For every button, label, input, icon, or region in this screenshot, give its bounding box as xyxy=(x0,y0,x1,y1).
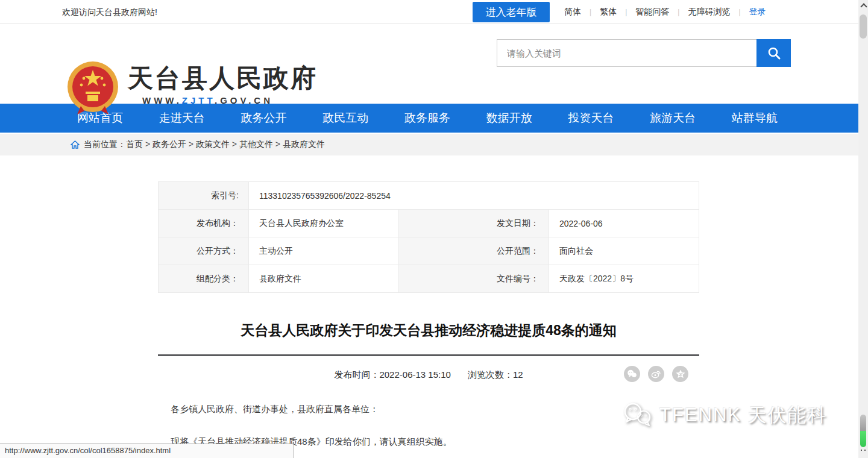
publish-time: 2022-06-13 15:10 xyxy=(379,369,450,380)
browser-viewport: 欢迎访问天台县政府网站! 进入老年版 简体| 繁体| 智能问答| 无障碍浏览| … xyxy=(0,0,868,458)
breadcrumb-item-disclosure[interactable]: 政务公开 xyxy=(153,139,196,150)
national-emblem-icon xyxy=(66,60,119,116)
meta-label-document-number: 文件编号： xyxy=(399,265,549,293)
wechat-share-icon[interactable] xyxy=(624,366,640,382)
table-row: 组配分类： 县政府文件 文件编号： 天政发〔2022〕8号 xyxy=(159,265,699,293)
url-prefix: WWW. xyxy=(142,95,182,105)
link-accessibility[interactable]: 无障碍浏览 xyxy=(679,7,738,17)
site-url: WWW.ZJTT.GOV.CN xyxy=(128,95,318,105)
nav-item-site-directory[interactable]: 站群导航 xyxy=(732,110,778,126)
breadcrumb-item-county-docs[interactable]: 县政府文件 xyxy=(283,139,325,150)
meta-value-disclosure-scope: 面向社会 xyxy=(549,237,699,265)
meta-value-issue-date: 2022-06-06 xyxy=(549,210,699,237)
publish-time-label: 发布时间： xyxy=(334,369,379,380)
table-row: 公开方式： 主动公开 公开范围： 面向社会 xyxy=(159,237,699,265)
article-paragraph: 各乡镇人民政府、街道办事处，县政府直属各单位： xyxy=(158,402,699,416)
title-divider xyxy=(158,354,699,356)
site-search xyxy=(497,39,791,67)
table-row: 索引号: 113310235765392606/2022-85254 xyxy=(159,182,699,210)
nav-item-open-data[interactable]: 数据开放 xyxy=(486,110,532,126)
scrollbar-widget-bottom xyxy=(860,431,866,447)
site-logo[interactable]: 天台县人民政府 WWW.ZJTT.GOV.CN xyxy=(66,60,318,116)
qzone-share-icon[interactable] xyxy=(672,366,688,382)
meta-label-disclosure-scope: 公开范围： xyxy=(399,237,549,265)
link-simplified-chinese[interactable]: 简体 xyxy=(556,7,590,17)
meta-label-index-number: 索引号: xyxy=(159,182,249,210)
site-header: 天台县人民政府 WWW.ZJTT.GOV.CN xyxy=(0,24,858,104)
meta-label-issue-date: 发文日期： xyxy=(399,210,549,237)
meta-value-category: 县政府文件 xyxy=(249,265,399,293)
scrollbar-thumb[interactable] xyxy=(860,14,867,39)
publish-info-row: 发布时间：2022-06-13 15:10浏览次数：12 xyxy=(158,366,699,384)
nav-item-interaction[interactable]: 政民互动 xyxy=(322,110,368,126)
document-meta-table: 索引号: 113310235765392606/2022-85254 发布机构：… xyxy=(158,181,699,293)
search-input[interactable] xyxy=(497,39,756,67)
views-count: 12 xyxy=(513,369,523,380)
scrollbar-widget[interactable] xyxy=(860,415,866,450)
breadcrumb-item-home[interactable]: 首页 xyxy=(126,139,153,150)
login-link[interactable]: 登录 xyxy=(741,7,775,17)
scroll-up-icon[interactable] xyxy=(861,3,866,8)
meta-value-document-number: 天政发〔2022〕8号 xyxy=(549,265,699,293)
status-url-bubble: http://www.zjtt.gov.cn/col/col1658875/in… xyxy=(0,444,294,458)
top-links: 简体| 繁体| 智能问答| 无障碍浏览| 登录 xyxy=(556,0,775,24)
scrollbar-widget-top xyxy=(860,415,866,431)
nav-item-invest[interactable]: 投资天台 xyxy=(568,110,614,126)
scrollbar[interactable] xyxy=(858,0,868,458)
top-utility-bar: 欢迎访问天台县政府网站! 进入老年版 简体| 繁体| 智能问答| 无障碍浏览| … xyxy=(0,0,858,24)
meta-value-issuing-agency: 天台县人民政府办公室 xyxy=(249,210,399,237)
share-icons xyxy=(624,366,688,382)
breadcrumb-item-policy-docs[interactable]: 政策文件 xyxy=(196,139,239,150)
breadcrumb: 当前位置： 首页 政务公开 政策文件 其他文件 县政府文件 xyxy=(0,134,858,155)
site-title: 天台县人民政府 xyxy=(128,65,318,92)
weibo-share-icon[interactable] xyxy=(648,366,664,382)
article-content: 索引号: 113310235765392606/2022-85254 发布机构：… xyxy=(158,155,699,449)
publish-meta: 发布时间：2022-06-13 15:10浏览次数：12 xyxy=(158,366,699,384)
nav-item-gov-services[interactable]: 政务服务 xyxy=(404,110,450,126)
article-title: 天台县人民政府关于印发天台县推动经济稳进提质48条的通知 xyxy=(158,321,699,340)
webpage: 欢迎访问天台县政府网站! 进入老年版 简体| 繁体| 智能问答| 无障碍浏览| … xyxy=(0,0,858,458)
meta-value-disclosure-method: 主动公开 xyxy=(249,237,399,265)
logo-text: 天台县人民政府 WWW.ZJTT.GOV.CN xyxy=(128,60,318,105)
welcome-text: 欢迎访问天台县政府网站! xyxy=(62,0,157,24)
meta-label-category: 组配分类： xyxy=(159,265,249,293)
meta-value-index-number: 113310235765392606/2022-85254 xyxy=(249,182,699,210)
home-icon xyxy=(71,140,80,149)
elder-version-button[interactable]: 进入老年版 xyxy=(473,2,550,22)
breadcrumb-label: 当前位置： xyxy=(84,139,126,150)
meta-label-issuing-agency: 发布机构： xyxy=(159,210,249,237)
search-icon xyxy=(767,46,781,60)
link-traditional-chinese[interactable]: 繁体 xyxy=(591,7,625,17)
views-label: 浏览次数： xyxy=(468,369,513,380)
url-suffix: .GOV.CN xyxy=(215,95,273,105)
nav-item-tourism[interactable]: 旅游天台 xyxy=(650,110,696,126)
table-row: 发布机构： 天台县人民政府办公室 发文日期： 2022-06-06 xyxy=(159,210,699,237)
search-button[interactable] xyxy=(756,39,791,67)
url-highlight: ZJTT xyxy=(182,95,215,105)
link-smart-qa[interactable]: 智能问答 xyxy=(627,7,678,17)
meta-label-disclosure-method: 公开方式： xyxy=(159,237,249,265)
breadcrumb-item-other-docs[interactable]: 其他文件 xyxy=(239,139,283,150)
